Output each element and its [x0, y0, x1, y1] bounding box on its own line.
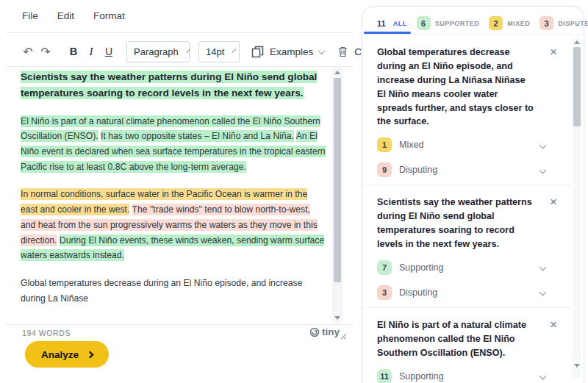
text-segment-green: It has two opposite states – El Niño and…	[101, 130, 294, 142]
evidence-label: Supporting	[399, 371, 443, 382]
chevron-down-icon	[318, 47, 326, 54]
menu-file[interactable]: File	[22, 10, 38, 21]
tiny-brand[interactable]: tiny	[309, 326, 340, 337]
chevron-right-icon	[87, 351, 94, 358]
tab-label: MIXED	[507, 20, 530, 27]
scroll-down-icon[interactable]	[574, 364, 580, 368]
menubar: FileEditFormat	[22, 10, 125, 21]
bold-button[interactable]: B	[65, 46, 82, 57]
text-segment-none: Global temperatures decrease during an E…	[21, 278, 302, 304]
document-heading: Scientists say the weather patterns duri…	[21, 69, 326, 101]
evidence-row-disputing[interactable]: 3 Disputing	[377, 284, 547, 301]
evidence-count-badge: 9	[377, 162, 392, 177]
examples-label: Examples	[270, 46, 313, 57]
claim-text: Global temperatures decrease during an E…	[377, 46, 534, 129]
chevron-down-icon	[539, 373, 547, 380]
menubar-divider	[6, 32, 354, 33]
claims-panel: 11 ALL 6 SUPPORTED 2 MIXED 3 DISPUTED Gl…	[362, 6, 584, 383]
chevron-down-icon	[186, 49, 190, 53]
close-icon[interactable]: ×	[550, 46, 557, 58]
underline-button[interactable]: U	[100, 46, 118, 57]
tab-count-badge: 6	[417, 16, 431, 30]
claim-card: El Niño is part of a natural climate phe…	[362, 308, 572, 383]
evidence-count-badge: 3	[377, 285, 392, 300]
copy-icon	[251, 46, 264, 58]
tiny-logo-icon	[309, 327, 320, 337]
chevron-down-icon	[232, 49, 237, 53]
tab-count-badge: 3	[539, 16, 553, 30]
examples-dropdown[interactable]: Examples	[251, 46, 324, 58]
panel-scrollbar[interactable]	[573, 38, 581, 378]
analyze-button-label: Analyze	[41, 349, 79, 360]
evidence-row-mixed[interactable]: 1 Mixed	[377, 136, 547, 154]
claim-card: Scientists say the weather patterns duri…	[362, 185, 572, 308]
claim-card-list: Global temperatures decrease during an E…	[362, 35, 572, 383]
document-paragraph: In normal conditions, surface water in t…	[21, 187, 326, 263]
tab-disputed[interactable]: 3 DISPUTED	[539, 16, 588, 30]
toolbar: ↶ ↷ B I U Paragraph 14pt Examples Clear …	[19, 39, 403, 64]
tab-count-badge: 11	[374, 16, 389, 30]
close-icon[interactable]: ×	[550, 196, 557, 208]
evidence-count-badge: 1	[377, 137, 392, 152]
text-segment-none: El Niño means cooler water spreads furth…	[21, 321, 321, 322]
evidence-row-supporting[interactable]: 7 Supporting	[377, 259, 547, 276]
evidence-count-badge: 7	[377, 260, 392, 275]
panel-tabs: 11 ALL 6 SUPPORTED 2 MIXED 3 DISPUTED	[374, 16, 588, 30]
font-size-select-value: 14pt	[206, 46, 224, 57]
evidence-row-supporting[interactable]: 11 Supporting	[377, 368, 547, 383]
evidence-row-disputing[interactable]: 9 Disputing	[377, 161, 547, 179]
document-paragraph: El Niño is part of a natural climate phe…	[21, 114, 326, 175]
document-paragraph: El Niño means cooler water spreads furth…	[21, 319, 326, 322]
app-window: FileEditFormat ↶ ↷ B I U Paragraph 14pt …	[0, 0, 588, 383]
text-segment-green: During El Niño events, these winds weake…	[21, 235, 324, 262]
toolbar-divider	[6, 66, 354, 67]
chevron-down-icon	[539, 166, 547, 173]
tiny-brand-label: tiny	[322, 326, 340, 337]
tab-mixed[interactable]: 2 MIXED	[489, 16, 530, 30]
menu-edit[interactable]: Edit	[57, 10, 74, 21]
paragraph-select-value: Paragraph	[134, 46, 179, 57]
chevron-down-icon	[539, 264, 547, 271]
evidence-label: Supporting	[399, 262, 443, 273]
paragraph-select[interactable]: Paragraph	[126, 41, 190, 62]
scroll-down-icon[interactable]	[334, 316, 340, 320]
chevron-down-icon	[539, 141, 547, 148]
claim-text: Scientists say the weather patterns duri…	[377, 196, 534, 251]
evidence-label: Disputing	[399, 287, 437, 298]
scroll-up-icon[interactable]	[334, 71, 340, 74]
evidence-label: Mixed	[399, 140, 423, 150]
claim-text: El Niño is part of a natural climate phe…	[377, 318, 534, 360]
italic-button[interactable]: I	[82, 46, 100, 58]
document-paragraph: Global temperatures decrease during an E…	[21, 276, 326, 306]
evidence-label: Disputing	[399, 165, 437, 175]
word-count: 194 WORDS	[22, 329, 71, 337]
tab-label: ALL	[393, 20, 407, 27]
font-size-select[interactable]: 14pt	[198, 41, 240, 62]
tab-label: DISPUTED	[558, 20, 588, 27]
active-tab-underline	[364, 32, 411, 34]
document-editable-area[interactable]: Scientists say the weather patterns duri…	[21, 69, 326, 322]
close-icon[interactable]: ×	[550, 318, 557, 331]
editor-scrollbar[interactable]	[332, 68, 343, 323]
menu-format[interactable]: Format	[93, 10, 125, 21]
scroll-up-icon[interactable]	[574, 40, 580, 44]
claim-card: Global temperatures decrease during an E…	[362, 35, 572, 185]
tab-supported[interactable]: 6 SUPPORTED	[417, 16, 480, 30]
chevron-down-icon	[539, 289, 547, 296]
trash-icon	[337, 46, 348, 57]
tab-all[interactable]: 11 ALL	[374, 16, 407, 30]
evidence-count-badge: 11	[377, 369, 392, 383]
tab-label: SUPPORTED	[435, 20, 480, 27]
panel-scrollbar-thumb[interactable]	[573, 47, 581, 126]
resize-handle[interactable]	[340, 329, 347, 343]
undo-icon[interactable]: ↶	[19, 45, 37, 59]
editor-scrollbar-thumb[interactable]	[334, 78, 341, 282]
analyze-button[interactable]: Analyze	[25, 341, 109, 368]
tab-count-badge: 2	[489, 16, 503, 30]
redo-icon[interactable]: ↷	[37, 45, 54, 59]
statusbar-divider	[6, 324, 354, 325]
